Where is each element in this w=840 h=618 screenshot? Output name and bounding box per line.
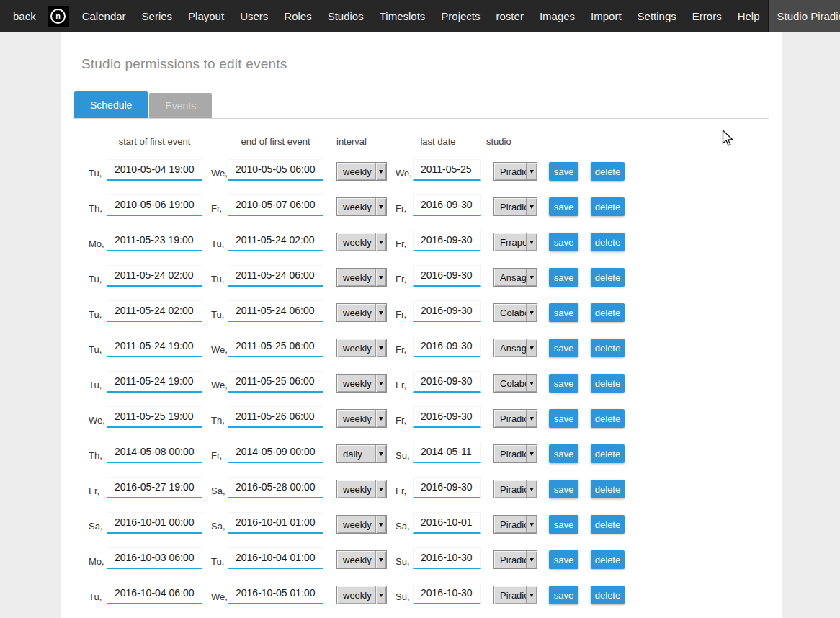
delete-button[interactable]: delete (591, 233, 625, 251)
save-button[interactable]: save (549, 480, 578, 498)
start-of-first-event-input[interactable] (107, 371, 202, 393)
interval-select[interactable]: weekly (336, 586, 387, 604)
nav-item-errors[interactable]: Errors (684, 0, 730, 32)
studio-select[interactable]: Piradio (493, 444, 537, 463)
last-date-input[interactable] (413, 194, 481, 216)
delete-button[interactable]: delete (591, 550, 625, 569)
last-date-input[interactable] (413, 265, 481, 287)
end-of-first-event-input[interactable] (228, 336, 323, 357)
interval-select[interactable]: weekly (336, 162, 387, 181)
nav-item-playout[interactable]: Playout (180, 0, 232, 32)
nav-item-roster[interactable]: roster (488, 0, 532, 32)
interval-select[interactable]: weekly (336, 374, 387, 393)
studio-select[interactable]: Piradio (493, 515, 537, 534)
studio-select[interactable]: Piradio (493, 409, 537, 428)
studio-select[interactable]: Piradio (493, 586, 537, 604)
save-button[interactable]: save (549, 162, 578, 181)
interval-select[interactable]: weekly (336, 409, 387, 428)
save-button[interactable]: save (549, 339, 578, 357)
end-of-first-event-input[interactable] (228, 300, 323, 322)
interval-select[interactable]: weekly (336, 268, 387, 287)
nav-item-import[interactable]: Import (583, 0, 630, 32)
last-date-input[interactable] (413, 336, 481, 357)
studio-select[interactable]: Piradio (493, 480, 537, 498)
save-button[interactable]: save (549, 303, 578, 322)
delete-button[interactable]: delete (591, 586, 625, 604)
start-of-first-event-input[interactable] (107, 442, 202, 463)
end-of-first-event-input[interactable] (228, 477, 323, 498)
nav-item-studios[interactable]: Studios (320, 0, 372, 32)
studio-select-nav[interactable]: Studio Piradio (768, 0, 840, 32)
start-of-first-event-input[interactable] (107, 512, 202, 534)
delete-button[interactable]: delete (591, 303, 625, 322)
interval-select[interactable]: weekly (336, 197, 387, 216)
save-button[interactable]: save (549, 233, 578, 251)
interval-select[interactable]: weekly (336, 480, 387, 498)
last-date-input[interactable] (413, 547, 481, 569)
interval-select[interactable]: daily (336, 444, 387, 463)
studio-select[interactable]: Piradio (493, 197, 537, 216)
delete-button[interactable]: delete (591, 268, 625, 287)
interval-select[interactable]: weekly (336, 339, 387, 357)
studio-select[interactable]: Ansage (493, 339, 537, 357)
interval-select[interactable]: weekly (336, 550, 387, 569)
last-date-input[interactable] (413, 159, 481, 181)
start-of-first-event-input[interactable] (107, 265, 202, 287)
delete-button[interactable]: delete (591, 374, 625, 393)
start-of-first-event-input[interactable] (107, 300, 202, 322)
delete-button[interactable]: delete (591, 409, 625, 428)
interval-select[interactable]: weekly (336, 303, 387, 322)
start-of-first-event-input[interactable] (107, 406, 202, 428)
delete-button[interactable]: delete (591, 197, 625, 216)
studio-select[interactable]: Colabo (493, 303, 537, 322)
last-date-input[interactable] (413, 300, 481, 322)
end-of-first-event-input[interactable] (228, 547, 323, 569)
start-of-first-event-input[interactable] (107, 336, 202, 357)
nav-item-users[interactable]: Users (232, 0, 276, 32)
end-of-first-event-input[interactable] (228, 406, 323, 428)
studio-select[interactable]: Piradio (493, 162, 537, 181)
delete-button[interactable]: delete (591, 339, 625, 357)
nav-item-series[interactable]: Series (134, 0, 181, 32)
last-date-input[interactable] (413, 583, 481, 604)
delete-button[interactable]: delete (591, 162, 625, 181)
end-of-first-event-input[interactable] (228, 265, 323, 287)
last-date-input[interactable] (413, 230, 481, 251)
studio-select[interactable]: Colabo (493, 374, 537, 393)
nav-item-roles[interactable]: Roles (276, 0, 319, 32)
end-of-first-event-input[interactable] (228, 442, 323, 463)
app-logo[interactable]: n (43, 0, 74, 32)
delete-button[interactable]: delete (591, 515, 625, 534)
studio-select[interactable]: Ansage (493, 268, 537, 287)
nav-item-projects[interactable]: Projects (433, 0, 488, 32)
nav-item-settings[interactable]: Settings (630, 0, 684, 32)
last-date-input[interactable] (413, 442, 481, 463)
nav-item-help[interactable]: Help (730, 0, 768, 32)
start-of-first-event-input[interactable] (107, 547, 202, 569)
save-button[interactable]: save (549, 197, 578, 216)
delete-button[interactable]: delete (591, 480, 625, 498)
end-of-first-event-input[interactable] (228, 371, 323, 393)
end-of-first-event-input[interactable] (228, 194, 323, 216)
interval-select[interactable]: weekly (336, 233, 387, 251)
last-date-input[interactable] (413, 406, 481, 428)
nav-item-images[interactable]: Images (532, 0, 583, 32)
last-date-input[interactable] (413, 477, 481, 498)
interval-select[interactable]: weekly (336, 515, 387, 534)
save-button[interactable]: save (549, 515, 578, 534)
start-of-first-event-input[interactable] (107, 583, 202, 604)
studio-select[interactable]: Frrapo (493, 233, 537, 251)
save-button[interactable]: save (549, 374, 578, 393)
last-date-input[interactable] (413, 512, 481, 534)
last-date-input[interactable] (413, 371, 481, 393)
start-of-first-event-input[interactable] (107, 159, 202, 181)
start-of-first-event-input[interactable] (107, 477, 202, 498)
save-button[interactable]: save (549, 409, 578, 428)
end-of-first-event-input[interactable] (228, 159, 323, 181)
nav-item-calendar[interactable]: Calendar (74, 0, 134, 32)
tab-events[interactable]: Events (149, 93, 212, 118)
tab-schedule[interactable]: Schedule (74, 91, 148, 118)
start-of-first-event-input[interactable] (107, 194, 202, 216)
end-of-first-event-input[interactable] (228, 512, 323, 534)
save-button[interactable]: save (549, 444, 578, 463)
